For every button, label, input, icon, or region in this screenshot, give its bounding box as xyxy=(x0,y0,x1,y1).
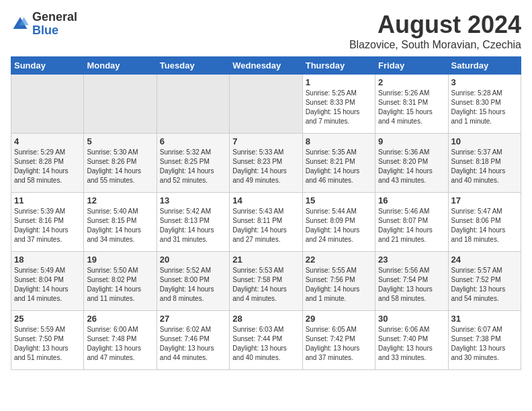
page-title: August 2024 xyxy=(349,11,521,39)
title-block: August 2024 Blazovice, South Moravian, C… xyxy=(349,11,521,51)
day-info: Sunrise: 5:53 AM Sunset: 7:58 PM Dayligh… xyxy=(232,266,299,304)
calendar-cell: 14Sunrise: 5:43 AM Sunset: 8:11 PM Dayli… xyxy=(230,193,302,252)
day-info: Sunrise: 5:52 AM Sunset: 8:00 PM Dayligh… xyxy=(160,266,226,304)
week-row-5: 25Sunrise: 5:59 AM Sunset: 7:50 PM Dayli… xyxy=(11,311,521,370)
day-info: Sunrise: 5:37 AM Sunset: 8:18 PM Dayligh… xyxy=(451,148,518,185)
calendar-body: 1Sunrise: 5:25 AM Sunset: 8:33 PM Daylig… xyxy=(11,75,521,370)
day-info: Sunrise: 5:26 AM Sunset: 8:31 PM Dayligh… xyxy=(378,89,445,126)
day-info: Sunrise: 5:29 AM Sunset: 8:28 PM Dayligh… xyxy=(14,148,81,185)
day-number: 15 xyxy=(306,195,372,205)
day-number: 18 xyxy=(14,255,81,265)
calendar-cell xyxy=(157,75,229,134)
day-info: Sunrise: 5:39 AM Sunset: 8:16 PM Dayligh… xyxy=(14,207,81,244)
day-number: 20 xyxy=(160,255,226,265)
day-info: Sunrise: 5:55 AM Sunset: 7:56 PM Dayligh… xyxy=(306,266,372,304)
calendar-cell: 2Sunrise: 5:26 AM Sunset: 8:31 PM Daylig… xyxy=(375,75,448,134)
day-info: Sunrise: 5:57 AM Sunset: 7:52 PM Dayligh… xyxy=(451,266,518,304)
day-number: 27 xyxy=(160,314,226,324)
day-number: 22 xyxy=(306,255,372,265)
day-number: 8 xyxy=(306,136,372,146)
day-number: 31 xyxy=(451,314,518,324)
day-info: Sunrise: 5:42 AM Sunset: 8:13 PM Dayligh… xyxy=(160,207,226,244)
calendar-cell: 11Sunrise: 5:39 AM Sunset: 8:16 PM Dayli… xyxy=(11,193,84,252)
calendar-cell: 5Sunrise: 5:30 AM Sunset: 8:26 PM Daylig… xyxy=(84,134,157,193)
day-number: 26 xyxy=(87,314,153,324)
day-info: Sunrise: 5:30 AM Sunset: 8:26 PM Dayligh… xyxy=(87,148,153,185)
page-header: General Blue August 2024 Blazovice, Sout… xyxy=(11,11,521,51)
day-header-sunday: Sunday xyxy=(11,57,84,75)
day-number: 7 xyxy=(232,136,299,146)
calendar-cell xyxy=(230,75,302,134)
day-number: 23 xyxy=(378,255,445,265)
page-subtitle: Blazovice, South Moravian, Czechia xyxy=(349,39,521,51)
calendar-cell: 30Sunrise: 6:06 AM Sunset: 7:40 PM Dayli… xyxy=(375,311,448,370)
calendar-cell: 10Sunrise: 5:37 AM Sunset: 8:18 PM Dayli… xyxy=(448,134,521,193)
week-row-2: 4Sunrise: 5:29 AM Sunset: 8:28 PM Daylig… xyxy=(11,134,521,193)
day-info: Sunrise: 5:40 AM Sunset: 8:15 PM Dayligh… xyxy=(87,207,153,244)
day-number: 9 xyxy=(378,136,445,146)
calendar-cell: 31Sunrise: 6:07 AM Sunset: 7:38 PM Dayli… xyxy=(448,311,521,370)
day-info: Sunrise: 6:03 AM Sunset: 7:44 PM Dayligh… xyxy=(232,325,299,363)
day-info: Sunrise: 6:00 AM Sunset: 7:48 PM Dayligh… xyxy=(87,325,153,363)
day-header-tuesday: Tuesday xyxy=(157,57,229,75)
day-info: Sunrise: 6:05 AM Sunset: 7:42 PM Dayligh… xyxy=(306,325,372,363)
day-header-saturday: Saturday xyxy=(448,57,521,75)
day-info: Sunrise: 5:35 AM Sunset: 8:21 PM Dayligh… xyxy=(306,148,372,185)
calendar-cell: 3Sunrise: 5:28 AM Sunset: 8:30 PM Daylig… xyxy=(448,75,521,134)
calendar-cell: 8Sunrise: 5:35 AM Sunset: 8:21 PM Daylig… xyxy=(302,134,375,193)
calendar-cell: 9Sunrise: 5:36 AM Sunset: 8:20 PM Daylig… xyxy=(375,134,448,193)
day-header-wednesday: Wednesday xyxy=(230,57,302,75)
day-info: Sunrise: 5:46 AM Sunset: 8:07 PM Dayligh… xyxy=(378,207,445,244)
day-number: 4 xyxy=(14,136,81,146)
day-number: 5 xyxy=(87,136,153,146)
day-info: Sunrise: 6:02 AM Sunset: 7:46 PM Dayligh… xyxy=(160,325,226,363)
logo-blue: Blue xyxy=(32,24,58,37)
day-number: 3 xyxy=(451,77,518,87)
day-number: 17 xyxy=(451,195,518,205)
day-number: 10 xyxy=(451,136,518,146)
day-number: 2 xyxy=(378,77,445,87)
week-row-4: 18Sunrise: 5:49 AM Sunset: 8:04 PM Dayli… xyxy=(11,252,521,311)
header-row: SundayMondayTuesdayWednesdayThursdayFrid… xyxy=(11,57,521,75)
day-number: 29 xyxy=(306,314,372,324)
day-info: Sunrise: 5:47 AM Sunset: 8:06 PM Dayligh… xyxy=(451,207,518,244)
calendar-cell: 22Sunrise: 5:55 AM Sunset: 7:56 PM Dayli… xyxy=(302,252,375,311)
calendar-cell: 18Sunrise: 5:49 AM Sunset: 8:04 PM Dayli… xyxy=(11,252,84,311)
calendar-cell: 17Sunrise: 5:47 AM Sunset: 8:06 PM Dayli… xyxy=(448,193,521,252)
calendar-cell: 20Sunrise: 5:52 AM Sunset: 8:00 PM Dayli… xyxy=(157,252,229,311)
calendar-cell: 16Sunrise: 5:46 AM Sunset: 8:07 PM Dayli… xyxy=(375,193,448,252)
day-info: Sunrise: 5:49 AM Sunset: 8:04 PM Dayligh… xyxy=(14,266,81,304)
day-info: Sunrise: 5:25 AM Sunset: 8:33 PM Dayligh… xyxy=(306,89,372,126)
calendar-cell: 1Sunrise: 5:25 AM Sunset: 8:33 PM Daylig… xyxy=(302,75,375,134)
calendar-cell: 7Sunrise: 5:33 AM Sunset: 8:23 PM Daylig… xyxy=(230,134,302,193)
day-info: Sunrise: 6:07 AM Sunset: 7:38 PM Dayligh… xyxy=(451,325,518,363)
calendar-cell: 13Sunrise: 5:42 AM Sunset: 8:13 PM Dayli… xyxy=(157,193,229,252)
day-number: 30 xyxy=(378,314,445,324)
logo-text: General Blue xyxy=(32,11,77,38)
calendar-cell: 24Sunrise: 5:57 AM Sunset: 7:52 PM Dayli… xyxy=(448,252,521,311)
day-info: Sunrise: 5:32 AM Sunset: 8:25 PM Dayligh… xyxy=(160,148,226,185)
logo: General Blue xyxy=(11,11,77,38)
day-info: Sunrise: 5:56 AM Sunset: 7:54 PM Dayligh… xyxy=(378,266,445,304)
day-header-friday: Friday xyxy=(375,57,448,75)
calendar-cell: 15Sunrise: 5:44 AM Sunset: 8:09 PM Dayli… xyxy=(302,193,375,252)
day-number: 25 xyxy=(14,314,81,324)
calendar: SundayMondayTuesdayWednesdayThursdayFrid… xyxy=(11,56,521,370)
calendar-cell: 6Sunrise: 5:32 AM Sunset: 8:25 PM Daylig… xyxy=(157,134,229,193)
day-number: 11 xyxy=(14,195,81,205)
day-number: 21 xyxy=(232,255,299,265)
calendar-cell xyxy=(84,75,157,134)
day-info: Sunrise: 5:33 AM Sunset: 8:23 PM Dayligh… xyxy=(232,148,299,185)
day-info: Sunrise: 5:59 AM Sunset: 7:50 PM Dayligh… xyxy=(14,325,81,363)
calendar-cell: 28Sunrise: 6:03 AM Sunset: 7:44 PM Dayli… xyxy=(230,311,302,370)
day-info: Sunrise: 6:06 AM Sunset: 7:40 PM Dayligh… xyxy=(378,325,445,363)
day-number: 16 xyxy=(378,195,445,205)
calendar-cell xyxy=(11,75,84,134)
day-header-thursday: Thursday xyxy=(302,57,375,75)
day-number: 28 xyxy=(232,314,299,324)
week-row-3: 11Sunrise: 5:39 AM Sunset: 8:16 PM Dayli… xyxy=(11,193,521,252)
week-row-1: 1Sunrise: 5:25 AM Sunset: 8:33 PM Daylig… xyxy=(11,75,521,134)
day-info: Sunrise: 5:50 AM Sunset: 8:02 PM Dayligh… xyxy=(87,266,153,304)
day-info: Sunrise: 5:44 AM Sunset: 8:09 PM Dayligh… xyxy=(306,207,372,244)
calendar-cell: 12Sunrise: 5:40 AM Sunset: 8:15 PM Dayli… xyxy=(84,193,157,252)
